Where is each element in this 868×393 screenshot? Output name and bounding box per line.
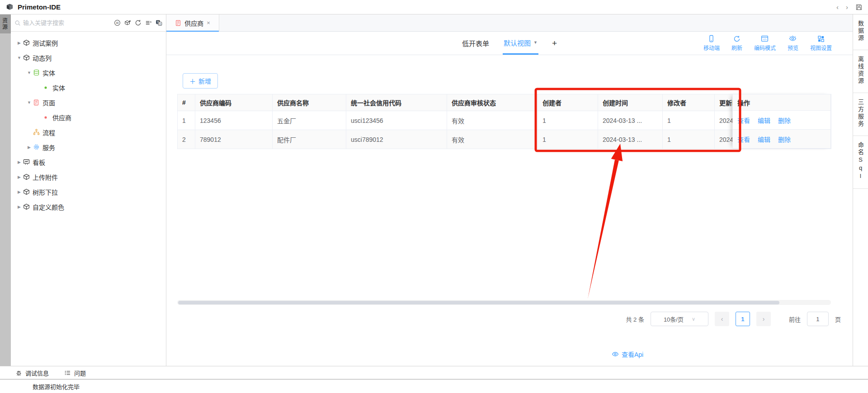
action-link[interactable]: 查看 bbox=[737, 135, 750, 144]
status-message: 数据源初始化完毕 bbox=[33, 382, 80, 391]
translate-icon[interactable]: 文A bbox=[156, 19, 162, 26]
tree-collapsed-icon[interactable]: ▶ bbox=[15, 41, 23, 45]
outline-icon[interactable] bbox=[145, 19, 152, 26]
tree-item-label: 实体 bbox=[52, 83, 65, 92]
horizontal-scrollbar[interactable] bbox=[177, 300, 831, 305]
strip-tab-resources[interactable]: 资源 bbox=[0, 14, 11, 33]
action-link[interactable]: 删除 bbox=[778, 135, 791, 144]
board-icon bbox=[23, 159, 33, 166]
tree-collapsed-icon[interactable]: ▶ bbox=[15, 175, 23, 179]
tree-item-flow[interactable]: 流程 bbox=[11, 125, 166, 140]
tree-collapsed-icon[interactable]: ▶ bbox=[25, 145, 33, 150]
cell-modifier: 1 bbox=[663, 130, 715, 149]
tool-视图设置[interactable]: 视图设置 bbox=[810, 35, 832, 51]
tab-supplier[interactable]: 供应商 × bbox=[166, 14, 219, 31]
bottom-tab-debug-info[interactable]: 调试信息 bbox=[15, 369, 49, 377]
right-strip-third-party[interactable]: 三方服务 bbox=[853, 93, 868, 136]
debug-icon bbox=[15, 370, 22, 376]
cell-status: 有效 bbox=[447, 130, 538, 149]
action-link[interactable]: 编辑 bbox=[758, 116, 770, 125]
tree-item-entity-group[interactable]: ▼ 实体 bbox=[11, 65, 166, 80]
tree-expanded-icon[interactable]: ▼ bbox=[15, 56, 23, 60]
view-tab-default[interactable]: 默认视图 ▼ bbox=[503, 32, 538, 55]
right-strip-named-sql[interactable]: 命名Sql bbox=[853, 136, 868, 189]
tool-label: 预览 bbox=[788, 44, 798, 51]
refresh-icon[interactable] bbox=[135, 19, 142, 26]
page-icon bbox=[175, 20, 181, 26]
action-link[interactable]: 删除 bbox=[778, 116, 791, 125]
plus-icon: ＋ bbox=[189, 76, 196, 85]
page-size-select[interactable]: 10条/页 ∨ bbox=[651, 312, 708, 326]
tree-expanded-icon[interactable]: ▼ bbox=[25, 70, 33, 75]
bottom-tab-issues[interactable]: 问题 bbox=[64, 369, 86, 377]
nav-back-icon[interactable]: ‹ bbox=[836, 4, 839, 10]
tree-item-label: 树形下拉 bbox=[33, 187, 58, 196]
add-record-label: 新增 bbox=[198, 76, 211, 85]
tree-expanded-icon[interactable]: ▼ bbox=[25, 100, 33, 105]
svg-text:</>: </> bbox=[763, 38, 767, 41]
view-header: 低开表单 默认视图 ▼ + 移动端 刷新 </> 编码模式 预览 视图设置 bbox=[166, 32, 853, 55]
tree-item-custom-color[interactable]: ▶ 自定义颜色 bbox=[11, 199, 166, 214]
cube-icon bbox=[23, 188, 33, 196]
tree-collapsed-icon[interactable]: ▶ bbox=[15, 205, 23, 209]
tree-item-label: 实体 bbox=[42, 68, 55, 77]
scrollbar-thumb[interactable] bbox=[178, 301, 779, 304]
goto-label: 前往 bbox=[789, 315, 801, 323]
action-link[interactable]: 编辑 bbox=[758, 135, 770, 144]
tree-item-dynamic-column[interactable]: ▼ 动态列 bbox=[11, 50, 166, 65]
action-link[interactable]: 查看 bbox=[737, 116, 750, 125]
tree-item-label: 流程 bbox=[42, 128, 55, 137]
right-panel-strip: 数据源离线资源三方服务命名Sql bbox=[853, 14, 868, 366]
add-model-icon[interactable] bbox=[124, 19, 131, 26]
view-toolbar: 移动端 刷新 </> 编码模式 预览 视图设置 bbox=[703, 32, 832, 55]
mobile-icon bbox=[708, 35, 715, 42]
search-input[interactable] bbox=[23, 19, 114, 26]
add-record-button[interactable]: ＋ 新增 bbox=[183, 73, 218, 89]
right-strip-datasource[interactable]: 数据源 bbox=[853, 14, 868, 50]
form-type-label: 低开表单 bbox=[462, 38, 489, 48]
title-bar: Primeton-IDE ‹ › bbox=[0, 0, 868, 14]
app-title: Primeton-IDE bbox=[18, 3, 61, 11]
add-view-button[interactable]: + bbox=[552, 38, 557, 48]
right-strip-offline-resource[interactable]: 离线资源 bbox=[853, 50, 868, 93]
tree-item-kanban[interactable]: ▶ 看板 bbox=[11, 154, 166, 169]
api-eye-icon bbox=[612, 351, 619, 358]
tool-label: 移动端 bbox=[703, 44, 720, 51]
tab-close-icon[interactable]: × bbox=[207, 19, 210, 26]
svg-text:AI: AI bbox=[116, 21, 118, 24]
tree-item-upload-attachment[interactable]: ▶ 上传附件 bbox=[11, 169, 166, 184]
tree-item-test-case[interactable]: ▶ 测试案例 bbox=[11, 35, 166, 50]
cell-index: 1 bbox=[178, 111, 195, 130]
tree-item-label: 看板 bbox=[33, 158, 45, 167]
tool-编码模式[interactable]: </> 编码模式 bbox=[754, 35, 776, 51]
tool-预览[interactable]: 预览 bbox=[788, 35, 798, 51]
cell-usci: usci123456 bbox=[346, 111, 447, 130]
tool-刷新[interactable]: 刷新 bbox=[731, 35, 742, 51]
col-usci: 统一社会信用代码 bbox=[346, 94, 447, 111]
next-page-button[interactable]: › bbox=[756, 312, 771, 326]
cell-name: 五金厂 bbox=[273, 111, 346, 130]
tree-item-page-group[interactable]: ▼ 页面 bbox=[11, 95, 166, 110]
tree-item-service[interactable]: ▶ 服务 bbox=[11, 140, 166, 154]
cell-modifier: 1 bbox=[663, 111, 715, 130]
nav-forward-icon[interactable]: › bbox=[846, 4, 848, 10]
cell-index: 2 bbox=[178, 130, 195, 149]
tree-item-supplier[interactable]: 供应商 bbox=[11, 110, 166, 125]
cube-icon bbox=[23, 39, 33, 47]
app-logo-icon bbox=[5, 3, 14, 11]
tree-item-tree-dropdown[interactable]: ▶ 树形下拉 bbox=[11, 184, 166, 199]
view-api-link[interactable]: 查看Api bbox=[612, 350, 643, 359]
tool-label: 编码模式 bbox=[754, 44, 776, 51]
flow-icon bbox=[33, 129, 42, 136]
prev-page-button[interactable]: ‹ bbox=[715, 312, 729, 326]
explorer-toolbar: AI文A bbox=[114, 19, 162, 26]
tool-移动端[interactable]: 移动端 bbox=[703, 35, 720, 51]
goto-page-input[interactable] bbox=[807, 312, 829, 326]
tree-collapsed-icon[interactable]: ▶ bbox=[15, 160, 23, 164]
page-number-button[interactable]: 1 bbox=[736, 312, 750, 326]
tree-item-entity[interactable]: 实体 bbox=[11, 80, 166, 95]
activity-strip: 资源 bbox=[0, 14, 11, 366]
tree-collapsed-icon[interactable]: ▶ bbox=[15, 190, 23, 194]
ai-icon[interactable]: AI bbox=[114, 19, 121, 26]
save-icon[interactable] bbox=[855, 4, 863, 11]
